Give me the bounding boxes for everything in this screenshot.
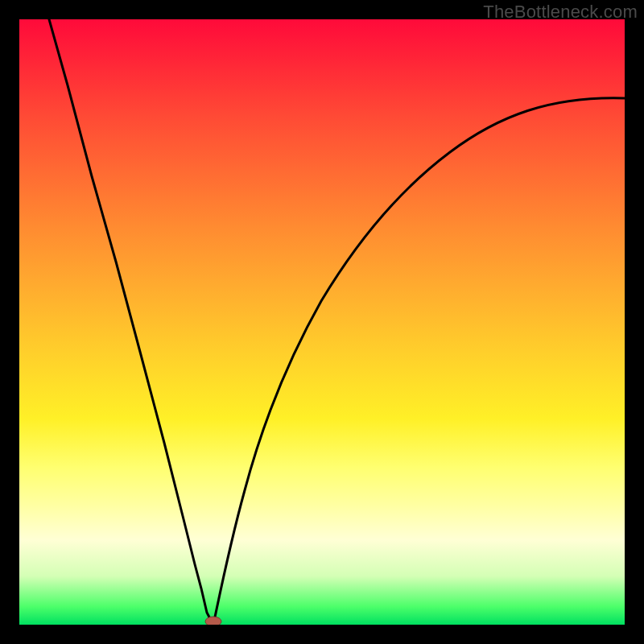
bottleneck-curve — [19, 19, 625, 625]
plot-area — [19, 19, 625, 625]
curve-right-branch — [213, 98, 625, 625]
minimum-marker — [205, 617, 221, 625]
chart-frame: TheBottleneck.com — [0, 0, 644, 644]
curve-left-branch — [49, 19, 213, 625]
watermark-text: TheBottleneck.com — [483, 2, 638, 23]
